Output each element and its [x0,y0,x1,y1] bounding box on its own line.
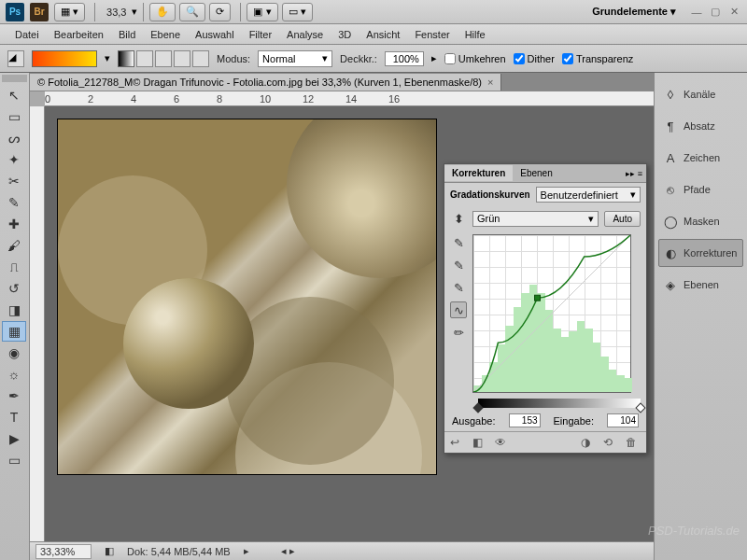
panel-collapsed-absatz[interactable]: ¶Absatz [658,112,743,140]
curves-preset-select[interactable]: Benutzerdefiniert▾ [536,187,641,203]
menu-bearbeiten[interactable]: Bearbeiten [47,26,111,43]
options-bar: ◢ ▾ Modus: Normal▾ Deckkr.: 100%▸ Umkehr… [0,45,747,73]
panel-collapsed-zeichen[interactable]: AZeichen [658,144,743,172]
panel-collapsed-kanäle[interactable]: ◊Kanäle [658,80,743,108]
blur-tool[interactable]: ◉ [2,343,26,363]
extras-button[interactable]: ▭ ▾ [282,3,313,21]
menu-bild[interactable]: Bild [111,26,143,43]
screen-mode-button[interactable]: ▣ ▾ [247,3,277,21]
clip-layer-icon[interactable]: ◧ [472,436,487,449]
close-icon[interactable]: ✕ [726,5,741,20]
dodge-tool[interactable]: ☼ [2,364,26,385]
output-label: Ausgabe: [452,415,495,427]
type-tool[interactable]: T [2,407,26,427]
status-docinfo-icon[interactable]: ◧ [105,545,114,557]
bridge-icon[interactable]: Br [30,3,49,21]
trash-icon[interactable]: 🗑 [626,436,641,449]
transparency-checkbox[interactable]: Transparenz [562,53,633,64]
channel-select[interactable]: Grün▾ [472,211,599,227]
panel-collapse-icon[interactable]: ▸▸ ≡ [626,169,642,178]
hand-tool-button[interactable]: ✋ [149,3,176,21]
menu-datei[interactable]: Datei [7,26,47,43]
previous-state-icon[interactable]: ◑ [581,436,596,449]
marquee-tool[interactable]: ▭ [2,106,26,127]
eyedropper-white-icon[interactable]: ✎ [450,279,467,296]
visibility-icon[interactable]: 👁 [495,436,510,449]
photoshop-icon[interactable]: Ps [6,3,24,21]
brush-tool[interactable]: 🖌 [2,235,26,256]
curves-graph[interactable] [472,234,631,393]
canvas-image[interactable] [58,119,436,474]
rotate-view-button[interactable]: ⟳ [209,3,231,21]
panel-collapsed-ebenen[interactable]: ◈Ebenen [658,271,743,299]
panel-tab-ebenen[interactable]: Ebenen [513,165,559,181]
menu-hilfe[interactable]: Hilfe [458,26,493,43]
toolbox-grip[interactable] [2,75,27,82]
menu-analyse[interactable]: Analyse [279,26,331,43]
eraser-tool[interactable]: ◨ [2,300,26,320]
input-gradient-strip[interactable] [478,399,641,408]
menu-auswahl[interactable]: Auswahl [188,26,242,43]
gradient-radial-icon[interactable] [136,50,153,67]
tool-preset-icon[interactable]: ◢ [7,50,24,67]
menu-fenster[interactable]: Fenster [407,26,457,43]
stamp-tool[interactable]: ⎍ [2,257,26,277]
zoom-tool-button[interactable]: 🔍 [179,3,205,21]
gradient-diamond-icon[interactable] [192,50,209,67]
gradient-linear-icon[interactable] [118,50,134,67]
eyedropper-tool[interactable]: ✎ [2,192,26,213]
panel-collapsed-korrekturen[interactable]: ◐Korrekturen [658,239,743,267]
menu-filter[interactable]: Filter [242,26,279,43]
menu-ebene[interactable]: Ebene [143,26,188,43]
ruler-horizontal[interactable]: 0246810121416 [45,91,654,106]
menu-3d[interactable]: 3D [331,26,359,43]
status-docinfo[interactable]: Dok: 5,44 MB/5,44 MB [127,546,231,557]
shape-tool[interactable]: ▭ [2,450,26,470]
status-arrow-icon[interactable]: ▸ [244,545,249,557]
workspace-switcher[interactable]: Grundelemente ▾ [592,6,676,18]
arrange-docs-button[interactable]: ▦ ▾ [54,3,85,21]
history-brush-tool[interactable]: ↺ [2,278,26,299]
maximize-icon[interactable]: ▢ [708,5,723,20]
reverse-checkbox[interactable]: Umkehren [444,53,506,64]
on-image-tool-icon[interactable]: ⬍ [450,210,467,227]
svg-line-0 [473,235,630,392]
curve-pencil-tool-icon[interactable]: ✏ [450,324,467,341]
input-label: Eingabe: [554,415,594,427]
tab-close-icon[interactable]: × [487,77,493,88]
gradient-angle-icon[interactable] [155,50,172,67]
gradient-swatch[interactable] [32,50,97,67]
panel-icon: A [663,150,678,165]
gradient-tool[interactable]: ▦ [2,321,26,342]
dither-checkbox[interactable]: Dither [514,53,555,64]
document-tab[interactable]: © Fotolia_212788_M© Dragan Trifunovic - … [30,74,501,91]
toolbox: ↖ ▭ ᔕ ✦ ✂ ✎ ✚ 🖌 ⎍ ↺ ◨ ▦ ◉ ☼ ✒ T ▶ ▭ [0,73,30,560]
move-tool[interactable]: ↖ [2,85,26,105]
minimize-icon[interactable]: — [689,5,704,20]
ruler-vertical[interactable] [30,106,45,541]
status-scroll[interactable]: ◂ ▸ [281,545,295,557]
input-input[interactable] [607,413,639,427]
auto-button[interactable]: Auto [604,211,641,227]
status-zoom[interactable]: 33,33% [35,544,92,559]
panel-tab-korrekturen[interactable]: Korrekturen [444,165,513,181]
lasso-tool[interactable]: ᔕ [2,128,26,148]
gradient-reflected-icon[interactable] [174,50,190,67]
reset-icon[interactable]: ⟲ [603,436,618,449]
blend-mode-select[interactable]: Normal▾ [258,50,332,67]
menu-ansicht[interactable]: Ansicht [359,26,407,43]
panel-collapsed-masken[interactable]: ◯Masken [658,207,743,235]
eyedropper-gray-icon[interactable]: ✎ [450,257,467,273]
wand-tool[interactable]: ✦ [2,149,26,170]
pen-tool[interactable]: ✒ [2,385,26,406]
opacity-input[interactable]: 100% [385,51,424,66]
output-input[interactable] [509,413,541,427]
return-arrow-icon[interactable]: ↩ [450,436,465,449]
curve-point-tool-icon[interactable]: ∿ [450,301,467,318]
path-select-tool[interactable]: ▶ [2,428,26,449]
eyedropper-black-icon[interactable]: ✎ [450,234,467,251]
panel-collapsed-pfade[interactable]: ⎋Pfade [658,175,743,203]
crop-tool[interactable]: ✂ [2,171,26,191]
zoom-level[interactable]: 33,3 [106,7,126,18]
heal-tool[interactable]: ✚ [2,214,26,234]
